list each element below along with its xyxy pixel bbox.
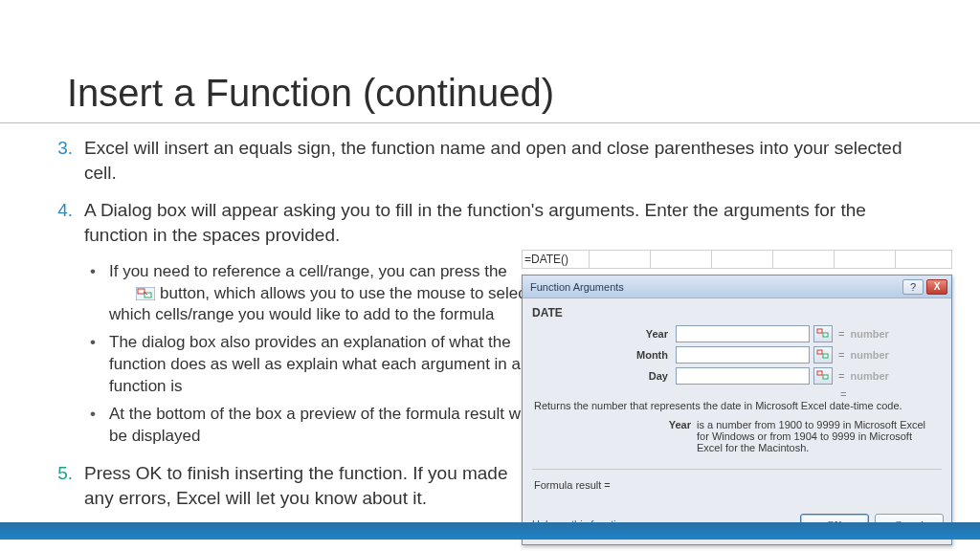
- step-5: 5. Press OK to finish inserting the func…: [48, 461, 536, 510]
- collapse-dialog-icon: [816, 349, 830, 361]
- step-text-4: A Dialog box will appear asking you to f…: [84, 200, 866, 245]
- arg-label-day: Day: [532, 370, 676, 382]
- step-3: 3. Excel will insert an equals sign, the…: [48, 136, 932, 185]
- spreadsheet-cell[interactable]: [835, 251, 896, 268]
- arg-row-day: Day = number: [532, 367, 942, 385]
- collapse-dialog-icon: [136, 285, 155, 298]
- help-icon: ?: [910, 281, 916, 293]
- arg-type-month: number: [850, 349, 888, 361]
- arg-row-year: Year = number: [532, 325, 942, 342]
- svg-rect-6: [817, 350, 822, 354]
- slide-footer-bar: [0, 522, 980, 540]
- dialog-titlebar[interactable]: Function Arguments ? X: [523, 276, 951, 298]
- close-icon: X: [934, 281, 941, 292]
- step-number-4: 4.: [48, 198, 73, 223]
- sub-bullet-b: The dialog box also provides an explanat…: [86, 332, 536, 398]
- equals-sign: =: [838, 349, 844, 361]
- slide: Insert a Function (continued) 3. Excel w…: [0, 0, 980, 551]
- dialog-divider: [532, 469, 942, 470]
- arg-label-year: Year: [532, 328, 676, 340]
- step-text-5: Press OK to finish inserting the functio…: [84, 463, 508, 508]
- arg-row-month: Month = number: [532, 346, 942, 364]
- svg-rect-9: [823, 375, 828, 379]
- help-button[interactable]: ?: [902, 279, 924, 295]
- sub-bullet-a: If you need to reference a cell/range, y…: [86, 261, 536, 327]
- arg-type-year: number: [850, 328, 888, 340]
- dialog-body: DATE Year = number Month = number Day: [523, 298, 951, 510]
- arg-type-day: number: [850, 370, 888, 382]
- function-description: Returns the number that represents the d…: [532, 400, 942, 415]
- collapse-dialog-button[interactable]: [813, 325, 833, 342]
- svg-rect-7: [823, 354, 828, 358]
- argument-description: Year is a number from 1900 to 9999 in Mi…: [532, 415, 942, 461]
- step-number-5: 5.: [48, 461, 73, 486]
- spreadsheet-cell[interactable]: [651, 251, 712, 268]
- arg-label-month: Month: [532, 349, 676, 361]
- step-number-3: 3.: [48, 136, 73, 161]
- step-4: 4. A Dialog box will appear asking you t…: [48, 198, 932, 247]
- spreadsheet-cell[interactable]: [712, 251, 773, 268]
- title-divider: [0, 122, 980, 123]
- dialog-title-text: Function Arguments: [530, 281, 624, 293]
- sub-a-pre: If you need to reference a cell/range, y…: [109, 262, 507, 280]
- excel-screenshot: =DATE() Function Arguments ? X DATE Year: [522, 250, 952, 545]
- svg-rect-5: [823, 333, 828, 337]
- equals-sign: =: [838, 328, 844, 340]
- collapse-dialog-icon: [816, 370, 830, 382]
- collapse-dialog-icon: [816, 328, 830, 340]
- window-buttons: ? X: [902, 279, 947, 295]
- spreadsheet-cell[interactable]: [896, 251, 951, 268]
- collapse-dialog-button[interactable]: [813, 367, 833, 385]
- formula-result: Formula result =: [532, 475, 942, 500]
- arg-desc-val: is a number from 1900 to 9999 in Microso…: [697, 419, 940, 453]
- result-eq: =: [532, 388, 942, 400]
- svg-rect-8: [817, 371, 822, 375]
- collapse-dialog-button[interactable]: [813, 346, 833, 364]
- sub-a-post: button, which allows you to use the mous…: [109, 284, 531, 324]
- svg-rect-1: [138, 289, 145, 294]
- function-arguments-dialog: Function Arguments ? X DATE Year = numbe…: [522, 275, 952, 545]
- function-name: DATE: [532, 306, 942, 320]
- arg-input-year[interactable]: [676, 325, 810, 342]
- arg-input-month[interactable]: [676, 346, 810, 364]
- arg-desc-key: Year: [534, 419, 697, 453]
- spreadsheet-cell[interactable]: [590, 251, 651, 268]
- spreadsheet-row: =DATE(): [522, 250, 952, 269]
- close-button[interactable]: X: [926, 279, 947, 295]
- cell-with-formula[interactable]: =DATE(): [523, 251, 590, 268]
- arg-input-day[interactable]: [676, 367, 810, 385]
- slide-title: Insert a Function (continued): [67, 72, 554, 115]
- sub-bullet-c: At the bottom of the box a preview of th…: [86, 404, 536, 448]
- svg-rect-4: [817, 329, 822, 333]
- equals-sign: =: [838, 370, 844, 382]
- sub-bullets: If you need to reference a cell/range, y…: [86, 261, 536, 449]
- step-text-3: Excel will insert an equals sign, the fu…: [84, 138, 902, 183]
- spreadsheet-cell[interactable]: [773, 251, 835, 268]
